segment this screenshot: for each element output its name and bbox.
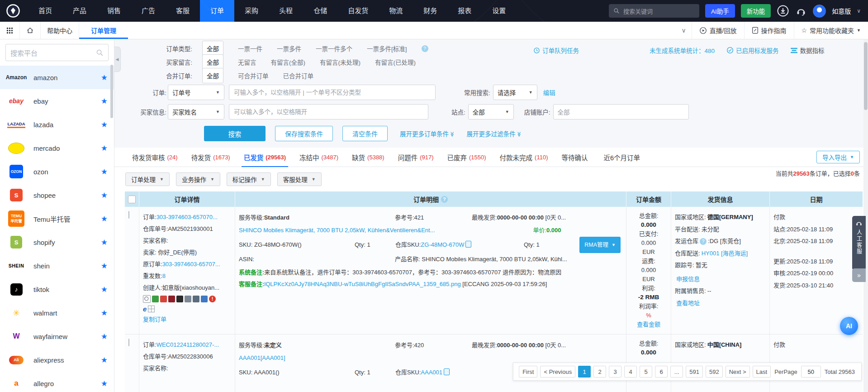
order-status-tab[interactable]: 待发货 (1673): [185, 148, 237, 167]
label-service-status[interactable]: 已启用标发服务: [726, 46, 779, 55]
product-title-link[interactable]: SHINCO Mobiles Klimagerät, 7000 BTU 2,05…: [239, 224, 472, 237]
first-page-button[interactable]: First: [519, 366, 537, 378]
toolbar-dropdown-button[interactable]: 业务操作 ▼: [176, 172, 220, 186]
order-status-tab[interactable]: 近6个月订单: [597, 148, 650, 167]
document-icon[interactable]: [201, 296, 208, 302]
global-search-input[interactable]: 搜索关键词: [609, 4, 699, 18]
help-center-tab[interactable]: 帮助中心: [41, 22, 79, 39]
original-order-link[interactable]: 303-3974603-65707...: [162, 261, 220, 268]
sync-icon[interactable]: [193, 296, 199, 302]
favorites-link[interactable]: ☆ 常用功能收藏夹 ▼: [794, 22, 868, 39]
platform-item[interactable]: LAZADA lazada ★: [0, 113, 114, 136]
row-checkbox[interactable]: [128, 339, 129, 346]
search-button[interactable]: 搜索: [204, 126, 266, 141]
platform-item[interactable]: S shopify ★: [0, 230, 114, 254]
order-status-tab[interactable]: 缺货 (5388): [345, 148, 391, 167]
clear-conditions-button[interactable]: 清空条件: [342, 126, 388, 141]
e-service-icon[interactable]: e: [143, 305, 147, 313]
order-status-tab[interactable]: 问题件 (917): [391, 148, 441, 167]
buyer-message-option[interactable]: 全部: [202, 54, 223, 70]
order-status-tab[interactable]: 等待确认: [555, 148, 597, 167]
copy-order-link[interactable]: 复制订单: [143, 316, 166, 323]
mail-icon[interactable]: [168, 296, 175, 302]
toolbar-dropdown-button[interactable]: 客服处理 ▼: [277, 172, 322, 186]
warehouse-help-icon[interactable]: ?: [700, 238, 707, 245]
platform-item[interactable]: ✳ walmart ★: [0, 301, 114, 325]
top-nav-item[interactable]: 广告: [131, 0, 166, 22]
human-customer-service-button[interactable]: 人工客服: [852, 216, 866, 270]
top-nav-item[interactable]: 客服: [166, 0, 200, 22]
platform-item[interactable]: W wayfairnew ★: [0, 325, 114, 348]
top-nav-item[interactable]: 头程: [269, 0, 303, 22]
order-type-option[interactable]: 全部: [202, 41, 223, 56]
perpage-input[interactable]: [801, 366, 821, 378]
select-all-checkbox[interactable]: [128, 196, 136, 203]
favorite-star-icon[interactable]: ★: [101, 355, 108, 365]
platform-item[interactable]: OZON ozon ★: [0, 160, 114, 183]
cart-icon[interactable]: [176, 296, 183, 302]
order-status-tab[interactable]: 待发货审核 (24): [125, 148, 185, 167]
platform-search-input[interactable]: 搜索平台: [5, 44, 109, 61]
version-label[interactable]: 如意版: [832, 6, 851, 15]
top-nav-item[interactable]: 首页: [28, 0, 62, 22]
buyer-message-option[interactable]: 有留言(已处理): [375, 57, 416, 67]
rma-manage-button[interactable]: RMA管理▼: [579, 237, 621, 253]
items-help-icon[interactable]: ?: [441, 196, 448, 203]
expand-filter-conditions-link[interactable]: 展开更多过滤条件 ≫: [467, 129, 522, 138]
buyer-name-input[interactable]: [229, 104, 428, 120]
toolbar-dropdown-button[interactable]: 标记操作 ▼: [227, 172, 271, 186]
order-type-option[interactable]: 一票一件: [238, 44, 262, 53]
top-nav-item[interactable]: 销售: [97, 0, 131, 22]
live-replay-link[interactable]: 直播/回放: [692, 22, 744, 39]
page-button[interactable]: 5: [640, 366, 652, 378]
order-status-tab[interactable]: 付款未完成 (110): [493, 148, 555, 167]
merge-order-option[interactable]: 已合并订单: [283, 71, 314, 80]
toolbar-dropdown-button[interactable]: 订单处理 ▼: [125, 172, 170, 186]
expand-order-conditions-link[interactable]: 展开更多订单条件 ≫: [400, 129, 455, 138]
ai-float-button[interactable]: AI: [840, 317, 858, 335]
new-feature-button[interactable]: 新功能: [741, 4, 771, 18]
page-button[interactable]: 2: [593, 366, 606, 378]
buyer-field-select[interactable]: 买家姓名 ▼: [168, 104, 224, 120]
last-page-button[interactable]: Last: [753, 366, 771, 378]
order-status-tab[interactable]: 已废弃 (1550): [441, 148, 493, 167]
scrollbar-thumb[interactable]: [864, 42, 868, 110]
resend-count-link[interactable]: 8: [162, 272, 166, 279]
site-select[interactable]: 全部 ▼: [468, 104, 514, 120]
widget-collapse-handle[interactable]: »: [852, 268, 866, 282]
favorite-star-icon[interactable]: ★: [101, 191, 108, 200]
top-nav-item[interactable]: 自发货: [337, 0, 379, 22]
user-avatar[interactable]: [813, 5, 826, 18]
favorite-star-icon[interactable]: ★: [101, 96, 108, 106]
apps-grid-icon[interactable]: [0, 22, 20, 39]
order-type-option[interactable]: 一票多件[标准]: [367, 44, 407, 53]
ai-assistant-button[interactable]: AI助手: [705, 4, 735, 18]
import-export-button[interactable]: 导入导出 ▼: [816, 151, 860, 163]
product-title-link[interactable]: AAA001[AAA001]: [239, 352, 472, 364]
top-nav-item[interactable]: 采购: [234, 0, 269, 22]
sidebar-scrollbar[interactable]: [110, 65, 113, 118]
clipboard-icon[interactable]: [465, 241, 471, 248]
favorite-star-icon[interactable]: ★: [101, 120, 108, 129]
cs-note-file-link[interactable]: lQLPKcXz0AJy78HNAq3NBU-wTuS8iUhBgFgIlSaS…: [264, 281, 460, 287]
merge-order-option[interactable]: 可合并订单: [238, 71, 269, 80]
alert-icon[interactable]: !: [209, 296, 216, 302]
product-doc-icon[interactable]: [152, 296, 159, 302]
top-nav-item[interactable]: 财务: [413, 0, 447, 22]
operation-guide-link[interactable]: 操作指南: [744, 22, 794, 39]
common-search-select[interactable]: 请选择 ▼: [493, 85, 537, 100]
buyer-message-option[interactable]: 有留言(未处理): [320, 57, 360, 67]
app-logo-icon[interactable]: [5, 3, 21, 19]
top-nav-item[interactable]: 订单: [200, 0, 234, 22]
page-button[interactable]: 592: [706, 366, 723, 378]
warehouse-sku-link[interactable]: ZG-48MO-670W: [421, 241, 464, 248]
page-button[interactable]: ...: [670, 366, 683, 378]
grid-icon[interactable]: [148, 306, 155, 312]
platform-item[interactable]: TEMU 半托管 Temu半托管 ★: [0, 207, 114, 230]
order-type-help-icon[interactable]: ?: [422, 45, 428, 52]
order-number-link[interactable]: 303-3974603-657070...: [157, 214, 218, 220]
platform-item[interactable]: a allegro ★: [0, 372, 114, 392]
buyer-message-option[interactable]: 有留言(全部): [271, 57, 306, 67]
favorite-star-icon[interactable]: ★: [101, 238, 108, 247]
favorite-star-icon[interactable]: ★: [101, 308, 108, 318]
